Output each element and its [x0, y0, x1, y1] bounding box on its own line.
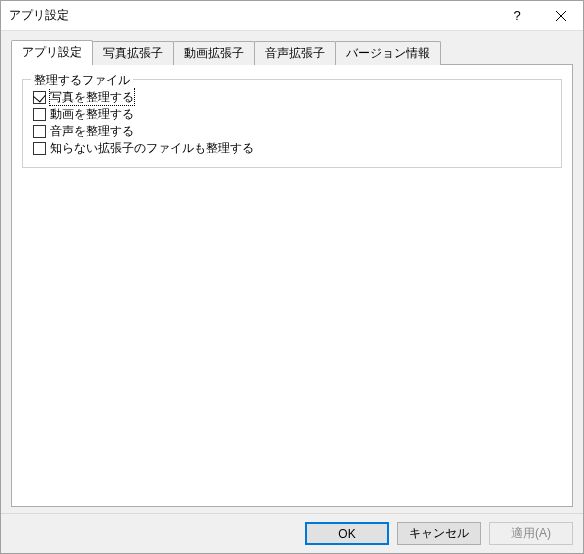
group-files-to-organize: 整理するファイル 写真を整理する 動画を整理する 音声を整理する 知らない拡張子…: [22, 79, 562, 168]
checkbox-row-unknown-ext[interactable]: 知らない拡張子のファイルも整理する: [33, 140, 551, 156]
dialog-button-row: OK キャンセル 適用(A): [1, 513, 583, 553]
tab-page: 整理するファイル 写真を整理する 動画を整理する 音声を整理する 知らない拡張子…: [11, 64, 573, 507]
tab-version-info[interactable]: バージョン情報: [335, 41, 441, 65]
checkbox-icon: [33, 108, 46, 121]
checkbox-icon: [33, 142, 46, 155]
close-button[interactable]: [539, 1, 583, 31]
tab-app-settings[interactable]: アプリ設定: [11, 40, 93, 65]
checkbox-label: 動画を整理する: [50, 106, 134, 122]
cancel-button[interactable]: キャンセル: [397, 522, 481, 545]
checkbox-icon: [33, 125, 46, 138]
checkbox-label: 音声を整理する: [50, 123, 134, 139]
tab-audio-ext[interactable]: 音声拡張子: [254, 41, 336, 65]
group-legend: 整理するファイル: [31, 72, 133, 89]
settings-dialog: アプリ設定 ? アプリ設定 写真拡張子 動画拡張子 音声拡張子 バージョン情報 …: [0, 0, 584, 554]
tab-label: バージョン情報: [346, 46, 430, 60]
checkbox-row-photos[interactable]: 写真を整理する: [33, 89, 551, 105]
ok-button[interactable]: OK: [305, 522, 389, 545]
tab-label: アプリ設定: [22, 45, 82, 59]
tab-photo-ext[interactable]: 写真拡張子: [92, 41, 174, 65]
checkbox-icon: [33, 91, 46, 104]
tab-video-ext[interactable]: 動画拡張子: [173, 41, 255, 65]
window-title: アプリ設定: [9, 7, 495, 24]
help-button[interactable]: ?: [495, 1, 539, 31]
checkbox-row-videos[interactable]: 動画を整理する: [33, 106, 551, 122]
checkbox-row-audio[interactable]: 音声を整理する: [33, 123, 551, 139]
tab-label: 音声拡張子: [265, 46, 325, 60]
tab-strip: アプリ設定 写真拡張子 動画拡張子 音声拡張子 バージョン情報: [11, 39, 573, 64]
checkbox-label: 写真を整理する: [50, 89, 134, 105]
checkbox-label: 知らない拡張子のファイルも整理する: [50, 140, 254, 156]
apply-button[interactable]: 適用(A): [489, 522, 573, 545]
tab-label: 動画拡張子: [184, 46, 244, 60]
title-bar: アプリ設定 ?: [1, 1, 583, 31]
close-icon: [556, 11, 566, 21]
tab-label: 写真拡張子: [103, 46, 163, 60]
client-area: アプリ設定 写真拡張子 動画拡張子 音声拡張子 バージョン情報 整理するファイル…: [1, 31, 583, 513]
